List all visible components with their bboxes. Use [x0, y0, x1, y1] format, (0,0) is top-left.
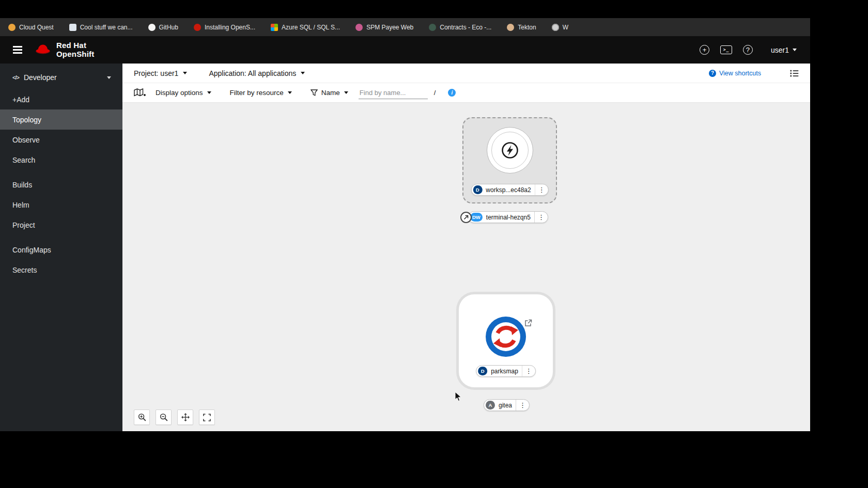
bookmark-label: Cloud Quest — [19, 24, 54, 31]
external-link-icon[interactable] — [524, 319, 532, 327]
funnel-icon — [311, 89, 318, 96]
bookmark-item[interactable]: Cloud Quest — [8, 24, 54, 31]
gitea-node[interactable]: A gitea ⋮ — [484, 399, 530, 411]
chevron-down-icon — [288, 91, 292, 96]
sidebar-item-label: Topology — [12, 116, 41, 124]
application-dropdown-label: Application: All applications — [209, 69, 296, 77]
sidebar-item[interactable]: Observe — [0, 130, 122, 150]
perspective-switcher[interactable]: </> Developer — [0, 64, 122, 89]
chevron-down-icon — [344, 91, 348, 96]
bookmark-label: GitHub — [159, 24, 178, 31]
brand-line2: OpenShift — [56, 50, 94, 58]
bookmark-favicon-icon — [69, 24, 76, 31]
topology-canvas[interactable]: D worksp...ec48a2 ⋮ DW terminal-hezqn5 ⋮ — [122, 103, 810, 431]
sidebar-item-label: ConfigMaps — [12, 246, 51, 254]
bookmark-label: Azure SQL / SQL S... — [282, 24, 340, 31]
name-filter-dropdown[interactable]: Name — [311, 89, 348, 97]
list-view-toggle-icon[interactable] — [790, 70, 799, 77]
brand-line1: Red Hat — [56, 41, 94, 50]
kebab-menu-icon[interactable]: ⋮ — [522, 366, 535, 376]
devworkspace-badge: DW — [470, 213, 483, 222]
sidebar-item[interactable]: Topology — [0, 109, 122, 130]
chevron-down-icon — [183, 72, 187, 76]
topology-toolbar: Display options Filter by resource Name — [122, 83, 810, 103]
project-dropdown[interactable]: Project: user1 — [134, 69, 187, 77]
project-dropdown-label: Project: user1 — [134, 69, 178, 77]
sidebar-item[interactable]: +Add — [0, 89, 122, 109]
sidebar-item[interactable]: Builds — [0, 175, 122, 195]
sidebar-item[interactable]: ConfigMaps — [0, 240, 122, 260]
sidebar-item[interactable]: Secrets — [0, 260, 122, 280]
parksmap-node[interactable]: D parksmap ⋮ — [459, 294, 553, 387]
bookmark-item[interactable]: SPM Payee Web — [355, 24, 413, 31]
help-icon[interactable]: ? — [743, 45, 753, 55]
zoom-out-button[interactable] — [156, 410, 172, 425]
map-plus-icon[interactable] — [134, 88, 146, 97]
parksmap-label-pill[interactable]: D parksmap ⋮ — [476, 365, 536, 377]
bookmark-favicon-icon — [8, 24, 16, 31]
lightning-bolt-icon — [501, 141, 519, 159]
gitea-name: gitea — [499, 402, 512, 409]
workspace-node-circle — [487, 127, 533, 174]
bookmark-item[interactable]: Tekton — [507, 24, 536, 31]
sidebar-item[interactable]: Search — [0, 150, 122, 170]
workspace-label-pill[interactable]: D worksp...ec48a2 ⋮ — [471, 184, 548, 196]
workspace-name: worksp...ec48a2 — [486, 186, 531, 194]
user-menu[interactable]: user1 — [771, 46, 797, 54]
mouse-cursor — [455, 391, 462, 404]
parksmap-name: parksmap — [491, 368, 518, 375]
bookmark-item[interactable]: Contracts - Eco -... — [429, 24, 491, 31]
quick-create-icon[interactable]: + — [700, 45, 709, 55]
zoom-controls — [134, 410, 215, 425]
nav-toggle-button[interactable] — [8, 41, 27, 59]
terminal-name: terminal-hezqn5 — [486, 214, 531, 221]
bookmark-label: Installing OpenS... — [205, 24, 255, 31]
bookmark-favicon-icon — [355, 24, 363, 31]
chevron-down-icon — [107, 76, 111, 81]
sidebar-item-label: +Add — [12, 96, 29, 104]
sidebar-item[interactable]: Helm — [0, 195, 122, 215]
display-options-dropdown[interactable]: Display options — [156, 89, 211, 97]
workspace-node[interactable]: D worksp...ec48a2 ⋮ — [462, 117, 557, 203]
sidebar-item-label: Project — [12, 221, 35, 229]
bookmark-label: Contracts - Eco -... — [440, 24, 491, 31]
bookmark-item[interactable]: Installing OpenS... — [194, 24, 255, 31]
parksmap-node-label: D parksmap ⋮ — [476, 365, 536, 377]
brand-text: Red Hat OpenShift — [56, 41, 94, 58]
kebab-menu-icon[interactable]: ⋮ — [516, 400, 529, 411]
filter-by-resource-dropdown[interactable]: Filter by resource — [230, 89, 292, 97]
code-icon: </> — [12, 74, 19, 81]
zoom-in-button[interactable] — [134, 410, 150, 425]
bookmark-label: Cool stuff we can... — [80, 24, 133, 31]
brand-logo[interactable]: Red Hat OpenShift — [34, 41, 94, 58]
application-dropdown[interactable]: Application: All applications — [209, 69, 305, 77]
kebab-menu-icon[interactable]: ⋮ — [535, 184, 548, 195]
kebab-menu-icon[interactable]: ⋮ — [534, 212, 548, 223]
sidebar-item-label: Builds — [12, 181, 32, 189]
sidebar-item[interactable]: Project — [0, 215, 122, 235]
terminal-node[interactable]: DW terminal-hezqn5 ⋮ — [460, 211, 548, 223]
deployment-badge: D — [473, 185, 482, 194]
terminal-label-pill[interactable]: DW terminal-hezqn5 ⋮ — [468, 211, 548, 223]
redhat-hat-icon — [34, 42, 52, 57]
info-icon[interactable]: i — [448, 89, 456, 97]
application-badge: A — [486, 401, 495, 410]
masthead-actions: + >_ ? user1 — [700, 45, 797, 55]
chevron-down-icon — [301, 72, 305, 76]
bookmark-item[interactable]: Cool stuff we can... — [69, 24, 133, 31]
view-shortcuts-link[interactable]: ? View shortcuts — [709, 70, 761, 77]
web-terminal-icon[interactable]: >_ — [720, 45, 732, 54]
bookmark-item[interactable]: Azure SQL / SQL S... — [271, 24, 340, 31]
sidebar-item-label: Observe — [12, 136, 40, 144]
fullscreen-button[interactable] — [199, 410, 215, 425]
bookmark-item[interactable]: W — [552, 24, 568, 31]
sidebar-item-label: Search — [12, 156, 35, 164]
bookmark-item[interactable]: GitHub — [148, 24, 178, 31]
sidebar-nav: +Add Topology Observe Search Builds — [0, 89, 122, 280]
fit-to-screen-button[interactable] — [177, 410, 193, 425]
open-url-decorator-icon[interactable] — [460, 212, 472, 223]
gitea-label-pill[interactable]: A gitea ⋮ — [484, 399, 530, 411]
filter-by-resource-label: Filter by resource — [230, 89, 284, 97]
find-by-name-input[interactable] — [359, 87, 428, 99]
sidebar-item-label: Helm — [12, 201, 29, 209]
